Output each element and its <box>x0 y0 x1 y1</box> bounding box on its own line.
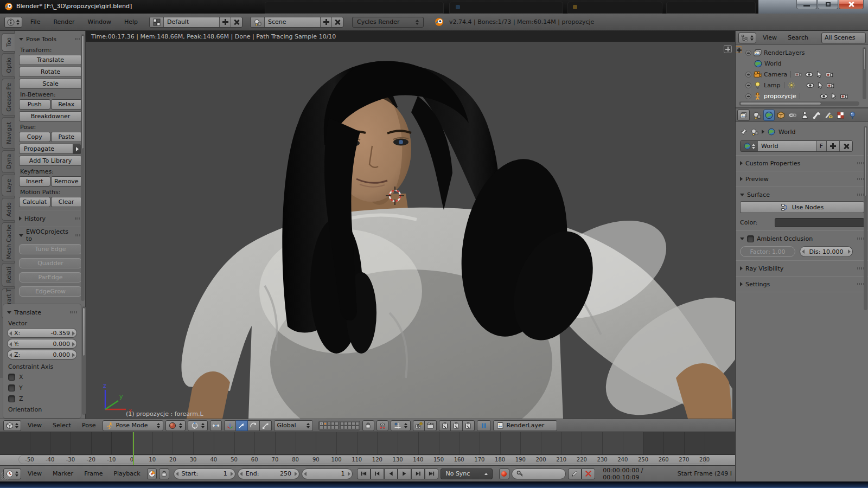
tab-object-data[interactable] <box>799 110 810 121</box>
ao-distance-field[interactable]: Dis: 10.000 <box>800 246 853 257</box>
viewport-menu-select[interactable]: Select <box>48 421 75 430</box>
shelf-tab-layers[interactable]: Laye <box>2 175 15 196</box>
properties-scrollbar[interactable] <box>864 126 867 310</box>
outliner-scope-selector[interactable]: All Scenes <box>821 33 866 43</box>
layout-name[interactable]: Default <box>164 17 219 27</box>
opengl-render-anim-button[interactable] <box>425 420 437 431</box>
edgegrow-button[interactable]: EdgeGrow <box>19 286 82 297</box>
mode-selector[interactable]: Pose Mode <box>103 420 163 431</box>
av-sync-selector[interactable]: No Sync <box>441 468 493 479</box>
shelf-tab-navigation[interactable]: Navigat <box>2 117 15 149</box>
close-button[interactable] <box>839 0 864 9</box>
scrollbar-thumb[interactable] <box>740 102 821 105</box>
expand-icon[interactable] <box>745 82 751 88</box>
preview-panel-header[interactable]: Preview <box>740 174 864 184</box>
timeline-menu-view[interactable]: View <box>23 469 46 478</box>
expand-icon[interactable] <box>745 72 751 78</box>
menu-help[interactable]: Help <box>119 17 143 27</box>
world-unlink-button[interactable] <box>839 141 852 151</box>
tool-shelf-scrollbar[interactable] <box>81 34 85 301</box>
copy-pose-button[interactable] <box>439 420 451 431</box>
redo-panel-scrollbar[interactable] <box>82 306 86 415</box>
shelf-tab-mesh-cache[interactable]: Mesh Cache <box>2 222 15 261</box>
expand-icon[interactable] <box>745 50 751 56</box>
scene-delete-button[interactable] <box>331 17 343 27</box>
previous-keyframe-button[interactable] <box>371 468 384 479</box>
viewport-3d[interactable]: Time:00:17.36 | Mem:148.66M, Peak:148.66… <box>86 31 735 419</box>
surface-panel-header[interactable]: Surface <box>740 189 864 200</box>
constraint-z-checkbox[interactable] <box>8 395 15 402</box>
tab-material[interactable] <box>835 110 846 121</box>
ambient-occlusion-checkbox[interactable] <box>747 235 754 242</box>
ray-visibility-panel-header[interactable]: Ray Visibility <box>740 263 864 274</box>
decrement-arrow-icon[interactable] <box>304 472 307 476</box>
custom-properties-panel-header[interactable]: Custom Properties <box>740 158 864 169</box>
quadder-button[interactable]: Quadder <box>19 258 82 268</box>
scrollbar-thumb[interactable] <box>82 307 85 356</box>
timeline-menu-playback[interactable]: Playback <box>109 469 144 478</box>
relax-button[interactable]: Relax <box>51 99 82 110</box>
increment-arrow-icon[interactable] <box>72 331 75 336</box>
keying-set-field[interactable] <box>512 468 566 479</box>
renderable-camera-icon[interactable] <box>826 81 834 89</box>
render-layer-selector[interactable]: RenderLayer <box>493 420 557 431</box>
layers-group-1[interactable] <box>320 422 339 429</box>
vector-y-field[interactable]: Y: 0.000 <box>7 339 77 349</box>
scale-button[interactable]: Scale <box>19 79 82 89</box>
renderable-camera-icon[interactable] <box>840 92 848 100</box>
opengl-render-button[interactable] <box>413 420 425 431</box>
shelf-tab-dyna[interactable]: Dyna <box>2 150 15 173</box>
outliner-editor-selector[interactable] <box>738 33 756 43</box>
layers-widget[interactable] <box>318 421 360 431</box>
menu-window[interactable]: Window <box>83 17 116 27</box>
decrement-arrow-icon[interactable] <box>176 472 178 476</box>
visibility-eye-icon[interactable] <box>805 70 813 79</box>
paste-pose-button[interactable] <box>451 420 463 431</box>
layered-keying-lock-button[interactable] <box>159 468 169 479</box>
renderable-camera-icon[interactable] <box>825 70 833 79</box>
history-panel-header[interactable]: History <box>19 213 82 224</box>
panel-grip-icon[interactable] <box>70 311 77 313</box>
menu-render[interactable]: Render <box>48 17 79 27</box>
shelf-tab-options[interactable]: Optio <box>2 53 15 77</box>
pause-render-button[interactable] <box>477 420 491 431</box>
start-frame-field[interactable]: Start: 1 <box>174 468 235 479</box>
ewocprojects-panel-header[interactable]: EWOCprojects to <box>19 230 82 241</box>
decrement-arrow-icon[interactable] <box>802 249 805 254</box>
ao-factor-field[interactable]: Factor: 1.00 <box>740 246 795 257</box>
region-expand-plus-button[interactable] <box>736 46 742 53</box>
remove-keyframe-button[interactable]: Remove <box>51 176 82 187</box>
settings-panel-header[interactable]: Settings <box>740 279 864 290</box>
manipulator-toggle-button[interactable] <box>210 420 222 431</box>
properties-editor-selector[interactable] <box>737 110 750 121</box>
visibility-eye-icon[interactable] <box>820 92 828 100</box>
breakdowner-button[interactable]: Breakdowner <box>19 111 82 121</box>
constraint-x-checkbox[interactable] <box>8 374 15 381</box>
selectable-cursor-icon[interactable] <box>830 92 838 100</box>
tab-bone[interactable] <box>811 110 822 121</box>
translate-redo-header[interactable]: Translate <box>7 307 77 318</box>
jump-to-end-button[interactable] <box>425 468 438 479</box>
pivot-point-selector[interactable] <box>188 420 208 431</box>
constraint-y-checkbox[interactable] <box>8 384 15 391</box>
jump-to-start-button[interactable] <box>357 468 371 479</box>
outliner-horizontal-scrollbar[interactable] <box>739 101 859 106</box>
vector-z-field[interactable]: Z: 0.000 <box>7 350 77 359</box>
rotate-manipulator-button[interactable] <box>248 420 260 431</box>
add-to-library-button[interactable]: Add To Library <box>19 156 82 166</box>
layout-add-button[interactable] <box>219 17 231 27</box>
layout-delete-button[interactable] <box>231 17 242 27</box>
selectable-cursor-icon[interactable] <box>815 70 823 78</box>
calculate-paths-button[interactable]: Calculat <box>19 197 50 207</box>
timeline-menu-frame[interactable]: Frame <box>80 469 107 478</box>
editor-type-selector[interactable] <box>4 17 22 28</box>
viewport-editor-selector[interactable] <box>3 420 21 431</box>
snap-toggle-button[interactable] <box>376 420 388 431</box>
shelf-tab-grease-pencil[interactable]: Grease Pe <box>2 79 15 115</box>
minimize-button[interactable] <box>796 0 817 9</box>
translate-manipulator-button[interactable] <box>236 420 248 431</box>
timeline-menu-marker[interactable]: Marker <box>48 469 78 478</box>
timeline-editor[interactable]: -50-40-30-20-100102030405060708090100110… <box>0 432 735 481</box>
scale-manipulator-button[interactable] <box>260 420 272 431</box>
vector-x-field[interactable]: X: -0.359 <box>7 328 77 338</box>
